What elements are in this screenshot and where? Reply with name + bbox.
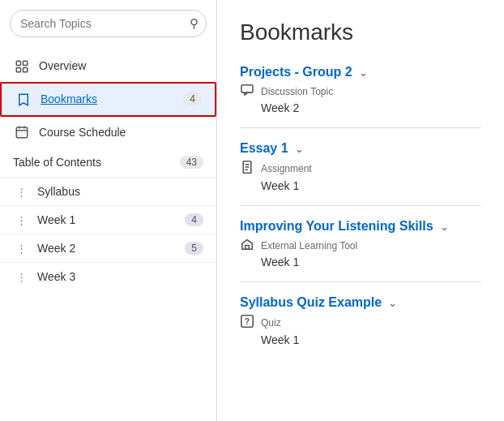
toc-item-week1[interactable]: ⋮ Week 1 4 (0, 205, 216, 234)
sidebar-item-bookmarks-label: Bookmarks (41, 92, 175, 105)
bookmark-projects-group-2: Projects - Group 2 ⌄ Discussion Topic We… (240, 65, 481, 128)
bookmark-meta-1: Assignment (240, 161, 481, 176)
bookmark-header-0: Projects - Group 2 ⌄ (240, 65, 481, 79)
bookmark-week-0: Week 2 (261, 101, 481, 114)
toc-item-label-week1: Week 1 (37, 213, 177, 226)
sidebar-item-course-schedule-label: Course Schedule (39, 126, 203, 139)
toc-item-week3[interactable]: ⋮ Week 3 (0, 262, 216, 290)
bookmark-header-2: Improving Your Listening Skills ⌄ (240, 219, 481, 234)
chevron-down-icon-3[interactable]: ⌄ (388, 297, 397, 309)
bookmark-type-label-0: Discussion Topic (261, 86, 333, 97)
bookmark-type-label-2: External Learning Tool (261, 240, 357, 251)
toc-item-icon-week1: ⋮ (13, 214, 29, 226)
svg-text:?: ? (245, 317, 250, 326)
toc-item-label-week3: Week 3 (37, 270, 203, 283)
toc-title: Table of Contents (13, 156, 101, 169)
bookmark-essay-1: Essay 1 ⌄ Assignment Week 1 (240, 141, 481, 206)
search-icon: ⚲ (190, 16, 199, 31)
search-input[interactable] (10, 10, 207, 37)
chevron-down-icon-1[interactable]: ⌄ (295, 143, 304, 155)
toc-count: 43 (180, 156, 203, 169)
page-title: Bookmarks (240, 19, 481, 45)
toc-item-icon-week3: ⋮ (13, 271, 29, 283)
bookmarks-count: 4 (183, 92, 202, 105)
schedule-icon (13, 125, 31, 140)
toc-item-week2[interactable]: ⋮ Week 2 5 (0, 234, 216, 262)
external-tool-icon (240, 238, 254, 252)
toc-item-label-week2: Week 2 (37, 242, 177, 255)
bookmark-icon (15, 92, 32, 107)
sidebar-item-bookmarks[interactable]: Bookmarks 4 (0, 82, 216, 117)
bookmark-title-1[interactable]: Essay 1 (240, 141, 288, 156)
svg-rect-4 (16, 127, 28, 138)
bookmark-title-0[interactable]: Projects - Group 2 (240, 65, 352, 79)
toc-item-icon-week2: ⋮ (13, 243, 29, 255)
bookmark-type-label-3: Quiz (261, 317, 281, 329)
search-container: ⚲ (10, 10, 207, 37)
svg-rect-3 (23, 67, 28, 71)
discussion-icon (240, 84, 254, 98)
bookmark-improving-listening: Improving Your Listening Skills ⌄ Extern… (240, 219, 481, 282)
toc-item-count-week2: 5 (185, 242, 203, 255)
bookmark-week-3: Week 1 (261, 333, 481, 346)
quiz-icon: ? (240, 315, 254, 330)
bookmark-meta-0: Discussion Topic (240, 84, 481, 98)
sidebar-item-course-schedule[interactable]: Course Schedule (0, 117, 216, 148)
svg-rect-13 (241, 85, 253, 92)
svg-rect-2 (16, 67, 20, 71)
bookmark-type-label-1: Assignment (261, 163, 312, 174)
toc-item-label-syllabus: Syllabus (37, 185, 203, 198)
sidebar: ⚲ Overview Bookmarks 4 (0, 0, 217, 421)
bookmark-title-3[interactable]: Syllabus Quiz Example (240, 295, 382, 310)
bookmark-meta-2: External Learning Tool (240, 238, 481, 252)
bookmark-week-1: Week 1 (261, 179, 481, 192)
bookmark-week-2: Week 1 (261, 256, 481, 268)
svg-rect-18 (246, 246, 250, 250)
bookmark-header-1: Essay 1 ⌄ (240, 141, 481, 156)
toc-header: Table of Contents 43 (0, 148, 216, 177)
bookmark-header-3: Syllabus Quiz Example ⌄ (240, 295, 481, 310)
assignment-icon (240, 161, 254, 176)
chevron-down-icon-2[interactable]: ⌄ (440, 221, 449, 233)
sidebar-item-overview-label: Overview (39, 59, 203, 72)
main-content: Bookmarks Projects - Group 2 ⌄ Discussio… (217, 0, 504, 421)
sidebar-item-overview[interactable]: Overview (0, 50, 216, 82)
svg-rect-0 (16, 61, 20, 65)
overview-icon (13, 58, 31, 74)
toc-item-count-week1: 4 (185, 213, 203, 226)
toc-item-icon-syllabus: ⋮ (13, 186, 29, 198)
bookmark-syllabus-quiz: Syllabus Quiz Example ⌄ ? Quiz Week 1 (240, 295, 481, 359)
bookmark-title-2[interactable]: Improving Your Listening Skills (240, 219, 434, 234)
bookmark-meta-3: ? Quiz (240, 315, 481, 330)
toc-item-syllabus[interactable]: ⋮ Syllabus (0, 177, 216, 205)
chevron-down-icon-0[interactable]: ⌄ (359, 67, 368, 79)
svg-rect-1 (23, 61, 28, 65)
